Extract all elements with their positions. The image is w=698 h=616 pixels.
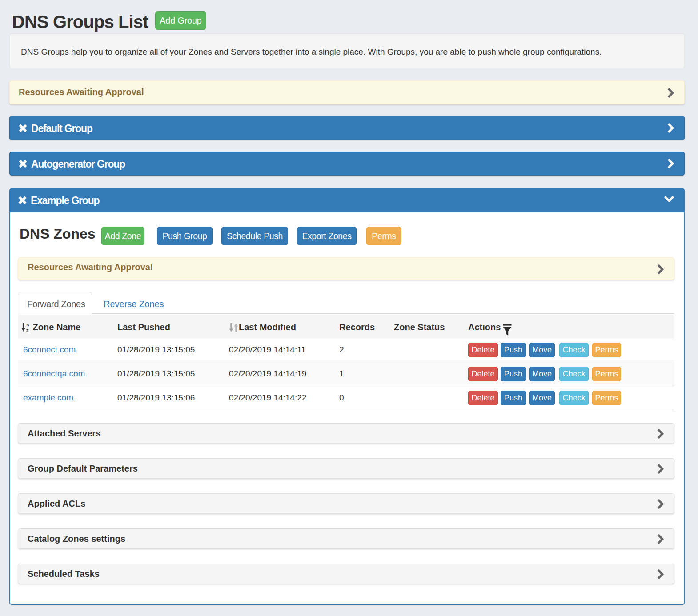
svg-text:A: A: [26, 323, 29, 327]
svg-text:Z: Z: [26, 328, 29, 332]
